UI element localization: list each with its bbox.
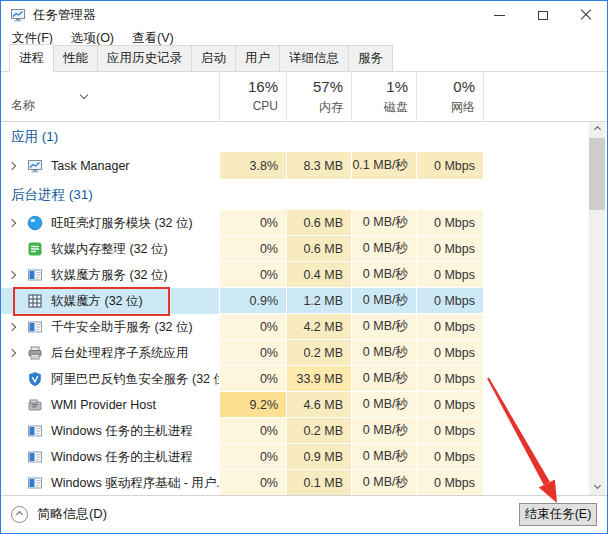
cpu-cell: 0%	[219, 470, 286, 495]
expander-icon[interactable]	[1, 272, 21, 278]
cpu-cell: 0%	[219, 210, 286, 236]
process-name: Windows 任务的主机进程	[51, 449, 193, 466]
column-separator	[483, 71, 484, 121]
process-name: 软媒内存整理 (32 位)	[51, 241, 168, 258]
process-row[interactable]: 千牛安全助手服务 (32 位)0%4.2 MB0 MB/秒0 Mbps	[1, 314, 589, 340]
column-label: 网络	[417, 99, 475, 116]
expander-icon[interactable]	[1, 220, 21, 226]
process-row[interactable]: Task Manager3.8%8.3 MB0.1 MB/秒0 Mbps	[1, 152, 589, 180]
wangwang-icon	[27, 215, 43, 231]
disk-cell: 0.1 MB/秒	[351, 152, 416, 180]
task-manager-window: 任务管理器 文件(F)选项(O)查看(V) 进程性能应用历史记录启动用户详细信息…	[0, 0, 608, 534]
expander-icon[interactable]	[1, 350, 21, 356]
column-header-CPU[interactable]: 16%CPU	[219, 71, 286, 121]
column-header-内存[interactable]: 57%内存	[286, 71, 351, 121]
column-header-磁盘[interactable]: 1%磁盘	[351, 71, 416, 121]
menu-item[interactable]: 查看(V)	[123, 30, 183, 47]
memory-cell: 4.6 MB	[286, 392, 351, 418]
expander-icon[interactable]	[1, 163, 21, 169]
close-button[interactable]	[564, 1, 607, 29]
app-window-icon	[27, 449, 43, 465]
grid-icon	[27, 293, 43, 309]
tab-进程[interactable]: 进程	[9, 44, 54, 72]
process-list: 应用 (1)Task Manager3.8%8.3 MB0.1 MB/秒0 Mb…	[1, 122, 589, 495]
network-cell: 0 Mbps	[416, 470, 483, 495]
scrollbar-thumb[interactable]	[589, 138, 605, 210]
column-usage-value: 1%	[352, 78, 408, 95]
process-row[interactable]: 软媒魔方 (32 位)0.9%1.2 MB0 MB/秒0 Mbps	[1, 288, 589, 314]
scroll-up-icon[interactable]	[589, 122, 605, 137]
memory-cell: 4.2 MB	[286, 314, 351, 340]
process-row[interactable]: Windows 任务的主机进程0%0.9 MB0 MB/秒0 Mbps	[1, 444, 589, 470]
column-usage-value: 16%	[220, 78, 278, 95]
column-label: 内存	[287, 99, 343, 116]
app-window-icon	[27, 475, 43, 491]
process-row[interactable]: Windows 任务的主机进程0%0.2 MB0 MB/秒0 Mbps	[1, 418, 589, 444]
process-name: 软媒魔方服务 (32 位)	[51, 267, 168, 284]
process-name-area: 阿里巴巴反钓鱼安全服务 (32 位)	[1, 366, 219, 392]
end-task-button[interactable]: 结束任务(E)	[519, 503, 597, 526]
tab-应用历史记录[interactable]: 应用历史记录	[97, 45, 192, 72]
memory-cell: 0.6 MB	[286, 236, 351, 262]
disk-cell: 0 MB/秒	[351, 236, 416, 262]
network-cell: 0 Mbps	[416, 418, 483, 444]
window-title: 任务管理器	[33, 7, 96, 24]
summary-toggle[interactable]: 简略信息(D)	[11, 505, 107, 523]
process-name: 后台处理程序子系统应用	[51, 345, 189, 362]
disk-cell: 0 MB/秒	[351, 340, 416, 366]
cpu-cell: 9.2%	[219, 392, 286, 418]
tab-性能[interactable]: 性能	[53, 45, 98, 72]
scrollbar[interactable]	[589, 122, 605, 495]
column-usage-value: 0%	[417, 78, 475, 95]
section-header[interactable]: 后台进程 (31)	[1, 180, 589, 210]
table-header: 名称 16%CPU57%内存1%磁盘0%网络	[1, 71, 607, 122]
summary-label: 简略信息(D)	[37, 505, 107, 523]
maximize-icon	[538, 11, 548, 20]
process-row[interactable]: 旺旺亮灯服务模块 (32 位)0%0.6 MB0 MB/秒0 Mbps	[1, 210, 589, 236]
section-header[interactable]: 应用 (1)	[1, 122, 589, 152]
app-window-icon	[27, 319, 43, 335]
memory-cell: 0.4 MB	[286, 262, 351, 288]
menu-item[interactable]: 选项(O)	[62, 30, 123, 47]
wmi-icon	[27, 397, 43, 413]
process-row[interactable]: 阿里巴巴反钓鱼安全服务 (32 位)0%33.9 MB0 MB/秒0 Mbps	[1, 366, 589, 392]
cpu-cell: 0%	[219, 340, 286, 366]
process-row[interactable]: Windows 驱动程序基础 - 用户...0%0.1 MB0 MB/秒0 Mb…	[1, 470, 589, 495]
network-cell: 0 Mbps	[416, 392, 483, 418]
disk-cell: 0 MB/秒	[351, 444, 416, 470]
process-row[interactable]: WMI Provider Host9.2%4.6 MB0 MB/秒0 Mbps	[1, 392, 589, 418]
memory-cell: 0.6 MB	[286, 210, 351, 236]
memory-cell: 1.2 MB	[286, 288, 351, 314]
tab-服务[interactable]: 服务	[348, 45, 393, 72]
process-name-area: 后台处理程序子系统应用	[1, 340, 219, 366]
collapse-all-icon[interactable]	[81, 84, 87, 102]
minimize-button[interactable]	[478, 1, 521, 29]
app-icon	[10, 7, 26, 23]
process-row[interactable]: 软媒魔方服务 (32 位)0%0.4 MB0 MB/秒0 Mbps	[1, 262, 589, 288]
network-cell: 0 Mbps	[416, 152, 483, 180]
disk-cell: 0 MB/秒	[351, 470, 416, 495]
tab-用户[interactable]: 用户	[235, 45, 280, 72]
window-controls	[478, 1, 607, 29]
process-name-area: 旺旺亮灯服务模块 (32 位)	[1, 210, 219, 236]
expander-icon[interactable]	[1, 324, 21, 330]
network-cell: 0 Mbps	[416, 340, 483, 366]
memory-cell: 0.2 MB	[286, 340, 351, 366]
cpu-cell: 0%	[219, 314, 286, 340]
disk-cell: 0 MB/秒	[351, 366, 416, 392]
column-header-网络[interactable]: 0%网络	[416, 71, 483, 121]
footer-bar: 简略信息(D) 结束任务(E)	[1, 495, 607, 533]
tab-启动[interactable]: 启动	[191, 45, 236, 72]
column-header-name[interactable]: 名称	[11, 97, 35, 114]
column-label: CPU	[220, 99, 278, 113]
tab-详细信息[interactable]: 详细信息	[279, 45, 349, 72]
scroll-down-icon[interactable]	[589, 478, 605, 493]
cpu-cell: 0%	[219, 418, 286, 444]
process-name: 阿里巴巴反钓鱼安全服务 (32 位)	[51, 371, 219, 388]
disk-cell: 0 MB/秒	[351, 392, 416, 418]
task-manager-icon	[27, 158, 43, 174]
network-cell: 0 Mbps	[416, 210, 483, 236]
process-row[interactable]: 后台处理程序子系统应用0%0.2 MB0 MB/秒0 Mbps	[1, 340, 589, 366]
maximize-button[interactable]	[521, 1, 564, 29]
process-row[interactable]: 软媒内存整理 (32 位)0%0.6 MB0 MB/秒0 Mbps	[1, 236, 589, 262]
